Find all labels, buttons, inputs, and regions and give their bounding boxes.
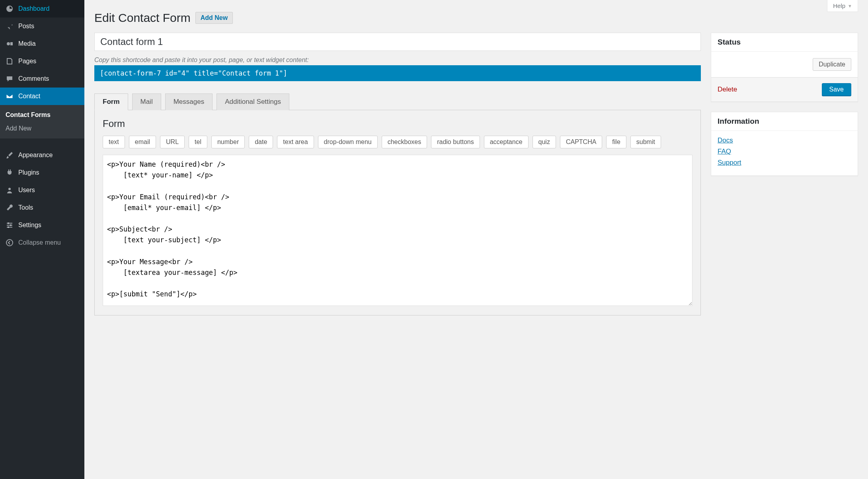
collapse-icon <box>5 238 14 247</box>
envelope-icon <box>5 92 14 101</box>
tab-additional-settings[interactable]: Additional Settings <box>217 93 289 110</box>
svg-point-4 <box>8 226 9 228</box>
svg-point-1 <box>8 188 11 190</box>
shortcode-display[interactable]: [contact-form-7 id="4" title="Contact fo… <box>94 65 701 81</box>
save-button[interactable]: Save <box>822 83 851 96</box>
sidebar-label: Pages <box>18 58 36 65</box>
duplicate-button[interactable]: Duplicate <box>813 58 851 71</box>
tag-file-button[interactable]: file <box>606 136 626 148</box>
sidebar-item-media[interactable]: Media <box>0 35 84 53</box>
svg-point-0 <box>7 42 10 45</box>
tag-url-button[interactable]: URL <box>160 136 185 148</box>
tag-checkboxes-button[interactable]: checkboxes <box>382 136 427 148</box>
brush-icon <box>5 150 14 160</box>
help-label: Help <box>833 2 845 9</box>
tag-dropdown-button[interactable]: drop-down menu <box>318 136 378 148</box>
sidebar-item-pages[interactable]: Pages <box>0 53 84 70</box>
main-content: Help ▼ Edit Contact Form Add New Copy th… <box>84 0 868 479</box>
dashboard-icon <box>5 4 14 14</box>
right-sidebar: Status Duplicate Delete Save Information… <box>711 33 858 186</box>
comments-icon <box>5 74 14 84</box>
info-link-docs[interactable]: Docs <box>718 136 851 144</box>
sidebar-item-plugins[interactable]: Plugins <box>0 164 84 181</box>
sidebar-label: Settings <box>18 222 41 229</box>
sidebar-submenu: Contact Forms Add New <box>0 105 84 138</box>
tab-bar: Form Mail Messages Additional Settings <box>94 93 701 110</box>
sidebar-item-settings[interactable]: Settings <box>0 216 84 234</box>
tag-date-button[interactable]: date <box>249 136 273 148</box>
tag-captcha-button[interactable]: CAPTCHA <box>560 136 602 148</box>
submenu-item-add-new[interactable]: Add New <box>0 122 84 135</box>
pages-icon <box>5 56 14 66</box>
sidebar-label: Comments <box>18 75 49 82</box>
form-tab-panel: Form text email URL tel number date text… <box>94 110 701 315</box>
sidebar-item-users[interactable]: Users <box>0 181 84 199</box>
form-panel-heading: Form <box>103 118 692 129</box>
sidebar-label: Tools <box>18 204 33 211</box>
chevron-down-icon: ▼ <box>848 4 852 8</box>
media-icon <box>5 39 14 49</box>
tag-number-button[interactable]: number <box>211 136 245 148</box>
information-heading: Information <box>711 112 858 131</box>
sidebar-item-appearance[interactable]: Appearance <box>0 146 84 164</box>
sidebar-label: Posts <box>18 23 34 30</box>
wrench-icon <box>5 203 14 212</box>
tag-quiz-button[interactable]: quiz <box>533 136 556 148</box>
form-title-input[interactable] <box>94 33 701 51</box>
sidebar-label: Users <box>18 187 35 194</box>
info-link-support[interactable]: Support <box>718 159 851 167</box>
tag-acceptance-button[interactable]: acceptance <box>484 136 529 148</box>
plug-icon <box>5 168 14 177</box>
tag-email-button[interactable]: email <box>129 136 156 148</box>
information-postbox: Information Docs FAQ Support <box>711 112 858 176</box>
tag-submit-button[interactable]: submit <box>630 136 661 148</box>
status-postbox: Status Duplicate Delete Save <box>711 33 858 102</box>
help-tab[interactable]: Help ▼ <box>827 0 858 12</box>
tag-text-button[interactable]: text <box>103 136 125 148</box>
tab-form[interactable]: Form <box>94 93 128 110</box>
sidebar-item-contact[interactable]: Contact <box>0 88 84 105</box>
tag-generator-row: text email URL tel number date text area… <box>103 136 692 148</box>
svg-point-2 <box>8 222 9 224</box>
admin-sidebar: Dashboard Posts Media Pages Comments Con… <box>0 0 84 479</box>
collapse-menu-button[interactable]: Collapse menu <box>0 234 84 251</box>
sidebar-item-comments[interactable]: Comments <box>0 70 84 88</box>
sidebar-item-dashboard[interactable]: Dashboard <box>0 0 84 18</box>
tag-textarea-button[interactable]: text area <box>277 136 314 148</box>
sidebar-label: Dashboard <box>18 5 49 12</box>
tab-messages[interactable]: Messages <box>165 93 213 110</box>
form-content-textarea[interactable] <box>103 155 692 306</box>
collapse-label: Collapse menu <box>18 239 61 246</box>
svg-point-5 <box>6 240 13 246</box>
shortcode-hint: Copy this shortcode and paste it into yo… <box>94 56 701 64</box>
sidebar-item-posts[interactable]: Posts <box>0 18 84 35</box>
sidebar-item-tools[interactable]: Tools <box>0 199 84 216</box>
tag-radio-button[interactable]: radio buttons <box>431 136 480 148</box>
sidebar-label: Contact <box>18 93 40 100</box>
sidebar-label: Appearance <box>18 152 53 159</box>
delete-link[interactable]: Delete <box>718 86 737 93</box>
tab-mail[interactable]: Mail <box>132 93 161 110</box>
sidebar-label: Media <box>18 40 36 47</box>
sidebar-label: Plugins <box>18 169 39 176</box>
submenu-item-contact-forms[interactable]: Contact Forms <box>0 108 84 122</box>
sliders-icon <box>5 220 14 230</box>
status-heading: Status <box>711 33 858 52</box>
tag-tel-button[interactable]: tel <box>189 136 207 148</box>
info-link-faq[interactable]: FAQ <box>718 148 851 156</box>
user-icon <box>5 185 14 195</box>
add-new-button[interactable]: Add New <box>195 12 233 24</box>
pin-icon <box>5 21 14 31</box>
page-title: Edit Contact Form <box>94 11 191 25</box>
svg-point-3 <box>10 224 12 226</box>
